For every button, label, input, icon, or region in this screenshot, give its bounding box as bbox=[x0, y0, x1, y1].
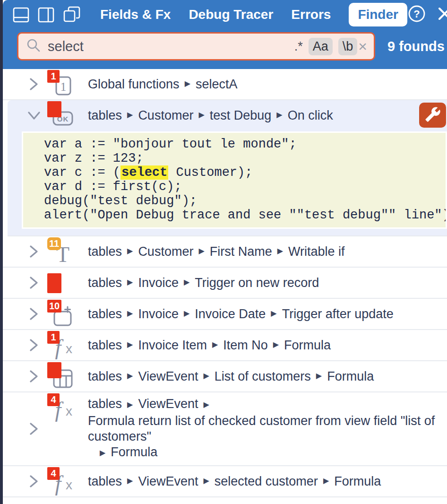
dock-bottom-icon[interactable] bbox=[12, 6, 30, 24]
search-input[interactable] bbox=[47, 38, 294, 55]
result-row[interactable]: OKtables▶Customer▶test Debug▶On click bbox=[8, 100, 447, 130]
result-row[interactable]: 10tables▶Invoice▶Invoice Date▶Trigger af… bbox=[3, 299, 447, 330]
breadcrumb: tables▶Invoice▶Invoice Date▶Trigger afte… bbox=[88, 303, 447, 326]
search-option-regex[interactable]: .* bbox=[294, 39, 303, 54]
breadcrumb-segment: test Debug bbox=[210, 108, 272, 123]
breadcrumb-separator-icon: ▶ bbox=[127, 368, 133, 383]
search-match-highlight: select bbox=[120, 165, 168, 180]
breadcrumb: tables▶Invoice▶Trigger on new record bbox=[88, 271, 447, 295]
chevron-right-icon[interactable] bbox=[26, 369, 44, 384]
breadcrumb-segment: Invoice Date bbox=[195, 306, 266, 322]
breadcrumb-segment: Customer bbox=[138, 108, 193, 123]
finder-panel: Fields & FxDebug TracerErrorsFinder ? .*… bbox=[3, 0, 447, 504]
tab-errors[interactable]: Errors bbox=[291, 7, 331, 22]
breadcrumb-segment: tables bbox=[88, 397, 122, 411]
breadcrumb-segment: Trigger on new record bbox=[195, 275, 319, 291]
chevron-right-icon[interactable] bbox=[26, 338, 44, 353]
breadcrumb-segment: tables bbox=[88, 275, 122, 291]
match-count-badge bbox=[47, 273, 61, 293]
svg-text:x: x bbox=[66, 341, 72, 356]
breadcrumb-segment: Invoice bbox=[138, 306, 179, 322]
breadcrumb-segment: selected customer bbox=[215, 474, 318, 489]
result-row[interactable]: 1fxtables▶Invoice Item▶Item No▶Formula bbox=[3, 330, 447, 361]
clear-search-icon[interactable]: × bbox=[358, 39, 367, 54]
breadcrumb-separator-icon: ▶ bbox=[212, 337, 218, 352]
panel-header: Fields & FxDebug TracerErrorsFinder ? .*… bbox=[3, 0, 447, 69]
breadcrumb-segment: Formula bbox=[111, 445, 157, 459]
code-preview[interactable]: var a := "bonjour tout le monde";var z :… bbox=[22, 131, 447, 229]
breadcrumb-segment: Formula bbox=[334, 474, 381, 489]
chevron-right-icon[interactable] bbox=[26, 244, 44, 259]
match-count-badge: 4 bbox=[47, 467, 60, 480]
match-count-badge bbox=[47, 101, 61, 117]
svg-text:x: x bbox=[66, 404, 72, 418]
breadcrumb-segment: List of customers bbox=[215, 369, 311, 384]
result-badge bbox=[44, 268, 88, 298]
svg-text:1: 1 bbox=[60, 80, 67, 93]
svg-text:?: ? bbox=[413, 8, 420, 20]
match-count-badge bbox=[47, 362, 61, 378]
view-table-icon bbox=[44, 361, 88, 391]
breadcrumb-segment: tables bbox=[88, 244, 122, 260]
breadcrumb-segment: tables bbox=[88, 474, 122, 489]
breadcrumb-segment: tables bbox=[88, 338, 122, 353]
match-count-badge: 10 bbox=[47, 300, 61, 313]
results-count: 9 founds bbox=[387, 39, 445, 54]
breadcrumb: tables▶ViewEvent▶Formula return list of … bbox=[88, 392, 447, 465]
result-row[interactable]: tables▶ViewEvent▶List of customers▶Formu… bbox=[3, 361, 447, 392]
result-row-expanded: OKtables▶Customer▶test Debug▶On clickvar… bbox=[8, 100, 447, 236]
result-row[interactable]: tables▶Invoice▶Trigger on new record bbox=[3, 268, 447, 299]
result-row[interactable]: 11Ttables▶Customer▶First Name▶Writable i… bbox=[3, 236, 447, 268]
breadcrumb-separator-icon: ▶ bbox=[185, 76, 190, 91]
breadcrumb-separator-icon: ▶ bbox=[198, 107, 204, 122]
tab-fields-fx[interactable]: Fields & Fx bbox=[100, 7, 171, 22]
chevron-right-icon[interactable] bbox=[26, 77, 44, 92]
breadcrumb-separator-icon: ▶ bbox=[184, 274, 189, 290]
breadcrumb-segment: tables bbox=[88, 369, 122, 384]
open-editor-button[interactable] bbox=[419, 103, 446, 128]
breadcrumb-segment: Invoice Item bbox=[138, 338, 207, 353]
breadcrumb: tables▶Customer▶test Debug▶On click bbox=[88, 104, 447, 127]
chevron-right-icon[interactable] bbox=[26, 306, 44, 322]
chevron-right-icon[interactable] bbox=[26, 421, 44, 436]
breadcrumb-separator-icon: ▶ bbox=[198, 243, 204, 259]
breadcrumb-separator-icon: ▶ bbox=[100, 445, 105, 461]
breadcrumb-separator-icon: ▶ bbox=[271, 305, 276, 321]
breadcrumb: tables▶Invoice Item▶Item No▶Formula bbox=[88, 334, 447, 357]
help-icon[interactable]: ? bbox=[407, 4, 426, 25]
breadcrumb-segment: Global functions bbox=[88, 77, 180, 92]
match-count-badge: 1 bbox=[47, 70, 60, 83]
breadcrumb-segment: Formula bbox=[284, 338, 331, 353]
breadcrumb-separator-icon: ▶ bbox=[127, 107, 133, 122]
search-option-whole-word[interactable]: \b bbox=[338, 38, 358, 55]
tab-finder[interactable]: Finder bbox=[349, 3, 407, 26]
breadcrumb-segment: First Name bbox=[210, 244, 272, 260]
breadcrumb-segment: Formula bbox=[327, 369, 374, 384]
match-count-badge: 1 bbox=[47, 331, 60, 344]
breadcrumb: tables▶Customer▶First Name▶Writable if bbox=[88, 240, 447, 263]
breadcrumb-separator-icon: ▶ bbox=[127, 305, 133, 321]
split-right-icon[interactable] bbox=[37, 6, 55, 24]
match-count-badge: 4 bbox=[47, 393, 60, 406]
breadcrumb-segment: Formula return list of checked customer … bbox=[88, 414, 435, 443]
breadcrumb-separator-icon: ▶ bbox=[323, 473, 329, 488]
result-row[interactable]: 11Global functions▶selectA bbox=[3, 69, 447, 100]
tab-debug-tracer[interactable]: Debug Tracer bbox=[189, 7, 273, 22]
breadcrumb-separator-icon: ▶ bbox=[203, 397, 209, 412]
float-window-icon[interactable] bbox=[62, 6, 81, 24]
breadcrumb-segment: Invoice bbox=[138, 275, 179, 291]
close-icon[interactable] bbox=[437, 6, 447, 24]
search-option-match-case[interactable]: Aa bbox=[309, 38, 333, 55]
results-list: 11Global functions▶selectAOKtables▶Custo… bbox=[3, 69, 447, 497]
breadcrumb-segment: On click bbox=[288, 108, 333, 123]
breadcrumb-separator-icon: ▶ bbox=[276, 107, 282, 122]
search-field[interactable]: .*Aa\b × bbox=[17, 32, 375, 61]
chevron-down-icon[interactable] bbox=[26, 108, 44, 122]
breadcrumb-segment: ViewEvent bbox=[138, 397, 198, 411]
breadcrumb-segment: Item No bbox=[223, 338, 268, 353]
result-row[interactable]: 4fxtables▶ViewEvent▶Formula return list … bbox=[3, 392, 447, 466]
chevron-right-icon[interactable] bbox=[26, 275, 44, 290]
chevron-right-icon[interactable] bbox=[26, 474, 44, 489]
result-row[interactable]: 4fxtables▶ViewEvent▶selected customer▶Fo… bbox=[3, 466, 447, 497]
breadcrumb-separator-icon: ▶ bbox=[127, 274, 133, 290]
